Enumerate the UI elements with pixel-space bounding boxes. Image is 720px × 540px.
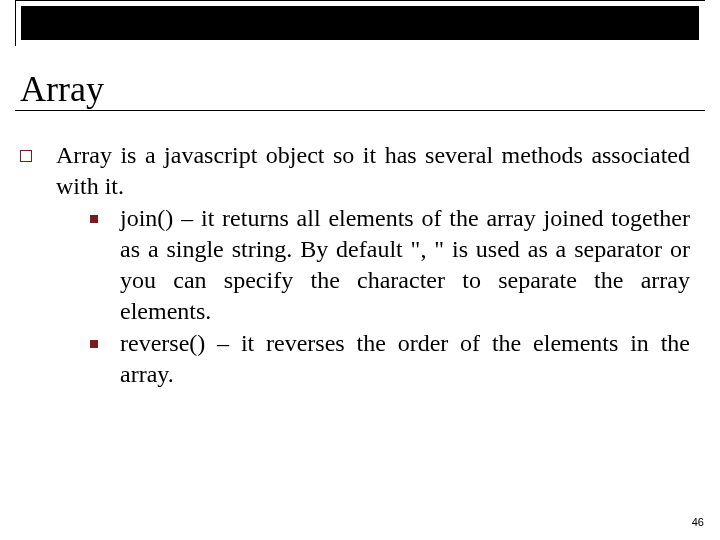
intro-text: Array is a javascript object so it has s… — [56, 142, 690, 199]
page-number: 46 — [692, 516, 704, 528]
solid-square-bullet-icon — [90, 215, 98, 223]
title-underline — [15, 110, 705, 111]
bullet-content: Array is a javascript object so it has s… — [56, 140, 690, 390]
top-bar — [21, 6, 699, 40]
sub-bullet-text: reverse() – it reverses the order of the… — [120, 328, 690, 389]
slide-body: Array is a javascript object so it has s… — [20, 140, 690, 390]
bullet-level1: Array is a javascript object so it has s… — [20, 140, 690, 390]
slide-title: Array — [20, 68, 104, 110]
sub-bullet: join() – it returns all elements of the … — [90, 203, 690, 326]
sub-bullet: reverse() – it reverses the order of the… — [90, 328, 690, 389]
slide: Array Array is a javascript object so it… — [0, 0, 720, 540]
sub-bullet-text: join() – it returns all elements of the … — [120, 203, 690, 326]
top-border — [15, 0, 705, 46]
sub-bullet-list: join() – it returns all elements of the … — [56, 203, 690, 389]
hollow-square-bullet-icon — [20, 150, 32, 162]
solid-square-bullet-icon — [90, 340, 98, 348]
